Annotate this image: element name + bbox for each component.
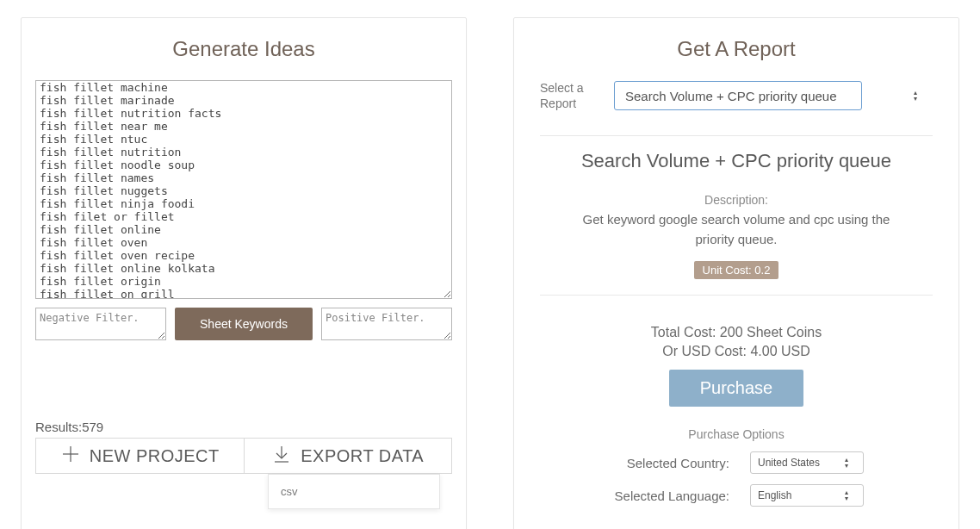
country-select[interactable]: United States	[750, 451, 864, 474]
select-report-label: Select a Report	[540, 80, 592, 111]
new-project-button[interactable]: NEW PROJECT	[35, 438, 245, 474]
results-count: Results:579	[35, 420, 452, 434]
results-label: Results:	[35, 420, 82, 434]
results-value: 579	[82, 420, 103, 434]
export-csv-item[interactable]: csv	[281, 485, 427, 498]
divider	[540, 135, 933, 136]
get-report-panel: Get A Report Select a Report Search Volu…	[513, 17, 959, 529]
download-icon	[271, 444, 292, 469]
sheet-keywords-button[interactable]: Sheet Keywords	[175, 308, 313, 340]
description-label: Description:	[540, 193, 933, 207]
cost-block: Total Cost: 200 Sheet Coins Or USD Cost:…	[540, 325, 933, 407]
language-select[interactable]: English	[750, 484, 864, 507]
new-project-label: NEW PROJECT	[90, 446, 220, 466]
export-menu: csv	[268, 474, 440, 509]
negative-filter-input[interactable]	[35, 308, 166, 340]
positive-filter-input[interactable]	[321, 308, 452, 340]
keywords-textarea[interactable]	[35, 80, 452, 299]
select-report-row: Select a Report Search Volume + CPC prio…	[540, 80, 933, 111]
purchase-button[interactable]: Purchase	[669, 370, 804, 407]
unit-cost-badge: Unit Cost: 0.2	[694, 261, 779, 279]
generate-ideas-panel: Generate Ideas Sheet Keywords Results:57…	[21, 17, 467, 529]
divider	[540, 295, 933, 296]
plus-icon	[60, 444, 81, 469]
usd-cost-line: Or USD Cost: 4.00 USD	[540, 344, 933, 359]
export-data-label: EXPORT DATA	[301, 446, 424, 466]
language-label: Selected Language:	[609, 489, 729, 503]
bottom-actions: NEW PROJECT EXPORT DATA	[35, 438, 452, 474]
country-row: Selected Country: United States	[540, 451, 933, 474]
report-select[interactable]: Search Volume + CPC priority queue	[614, 81, 862, 110]
language-row: Selected Language: English	[540, 484, 933, 507]
purchase-options-title: Purchase Options	[540, 427, 933, 441]
filter-row: Sheet Keywords	[35, 308, 452, 340]
report-heading: Search Volume + CPC priority queue	[540, 150, 933, 172]
chevron-updown-icon	[914, 90, 926, 102]
total-cost-line: Total Cost: 200 Sheet Coins	[540, 325, 933, 340]
country-label: Selected Country:	[609, 456, 729, 470]
get-report-title: Get A Report	[540, 37, 933, 61]
export-data-button[interactable]: EXPORT DATA	[245, 438, 453, 474]
description-text: Get keyword google search volume and cpc…	[581, 210, 891, 249]
generate-ideas-title: Generate Ideas	[35, 37, 452, 61]
